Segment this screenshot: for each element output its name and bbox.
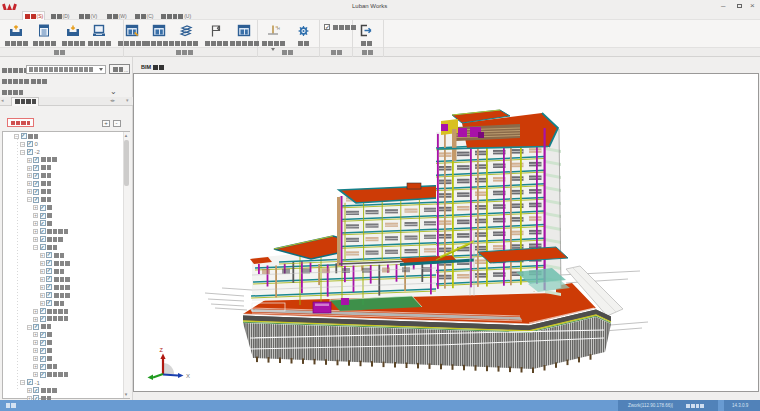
svg-text:Z: Z <box>160 347 164 353</box>
svg-text:X: X <box>186 373 190 379</box>
